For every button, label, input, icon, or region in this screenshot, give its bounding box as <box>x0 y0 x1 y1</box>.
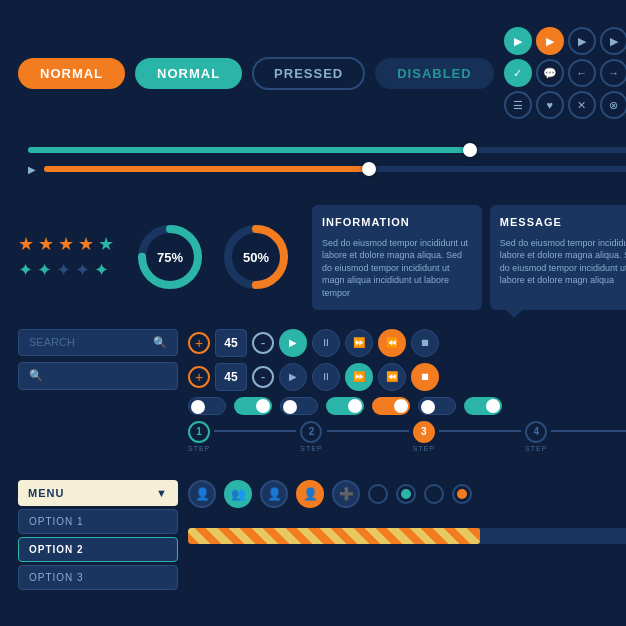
minus-btn-2[interactable]: - <box>252 366 274 388</box>
step-item-1[interactable]: 1 STEP <box>188 421 210 452</box>
step-line-1 <box>214 430 296 432</box>
step-dot-3[interactable]: 3 <box>413 421 435 443</box>
play-btn-4[interactable]: ▶ <box>600 27 626 55</box>
message-box-title: MESSAGE <box>500 215 626 230</box>
pause-mc-1[interactable]: ⏸ <box>312 329 340 357</box>
toggle-6[interactable] <box>418 397 456 415</box>
play-btn-2[interactable]: ▶ <box>536 27 564 55</box>
check-btn[interactable]: ✓ <box>504 59 532 87</box>
close-btn-2[interactable]: ⊗ <box>600 91 626 119</box>
close-btn-1[interactable]: ✕ <box>568 91 596 119</box>
star-8[interactable]: ✦ <box>56 259 71 281</box>
slider-1-fill <box>28 147 470 153</box>
avatar-2[interactable]: 👥 <box>224 480 252 508</box>
search-box-2[interactable]: 🔍 <box>18 362 178 390</box>
toggle-4[interactable] <box>326 397 364 415</box>
avatar-3[interactable]: 👤 <box>260 480 288 508</box>
menu-option-2[interactable]: OPTION 2 <box>18 537 178 562</box>
star-2[interactable]: ★ <box>38 233 54 255</box>
toggle-4-knob <box>348 399 362 413</box>
star-1[interactable]: ★ <box>18 233 34 255</box>
btn-disabled: DISABLED <box>375 58 493 89</box>
pause-mc-2[interactable]: ⏸ <box>312 363 340 391</box>
step-dot-1[interactable]: 1 <box>188 421 210 443</box>
toggle-5-knob <box>394 399 408 413</box>
play-mc-1[interactable]: ▶ <box>279 329 307 357</box>
search-area: SEARCH 🔍 🔍 <box>18 329 178 470</box>
menu-option-1[interactable]: OPTION 1 <box>18 509 178 534</box>
heart-btn-2[interactable]: ♥ <box>536 91 564 119</box>
step-label-1: STEP <box>188 445 210 452</box>
radio-2[interactable] <box>396 484 416 504</box>
slider-1-thumb[interactable] <box>463 143 477 157</box>
play-btn-1[interactable]: ▶ <box>504 27 532 55</box>
row-menu-avatars-progress: MENU ▼ OPTION 1 OPTION 2 OPTION 3 👤 👥 👤 … <box>18 480 626 608</box>
donut-1-label: 75% <box>157 250 183 265</box>
stars-row-2: ✦ ✦ ✦ ✦ ✦ <box>18 259 114 281</box>
row-sliders: ▶ 🔊 <box>18 138 626 186</box>
menu-select-btn[interactable]: MENU ▼ <box>18 480 178 506</box>
forward-mc-2[interactable]: ⏩ <box>345 363 373 391</box>
plus-btn-2[interactable]: + <box>188 366 210 388</box>
progress-bar-track <box>188 528 626 544</box>
star-4[interactable]: ★ <box>78 233 94 255</box>
toggle-7-knob <box>486 399 500 413</box>
left-arrow-btn[interactable]: ← <box>568 59 596 87</box>
donut-chart-1: 75% <box>134 221 206 293</box>
counter-1: 45 <box>215 329 247 357</box>
info-box-text: Sed do eiusmod tempor incididunt ut labo… <box>322 238 468 298</box>
slider-1[interactable] <box>28 147 626 153</box>
right-arrow-btn[interactable]: → <box>600 59 626 87</box>
toggle-1[interactable] <box>188 397 226 415</box>
search-box-1[interactable]: SEARCH 🔍 <box>18 329 178 356</box>
step-line-2 <box>327 430 409 432</box>
slider-2[interactable] <box>44 166 626 172</box>
btn-pressed[interactable]: PRESSED <box>252 57 365 90</box>
toggle-6-knob <box>421 400 435 414</box>
toggle-2[interactable] <box>234 397 272 415</box>
menu-label: MENU <box>28 487 64 499</box>
star-5[interactable]: ★ <box>98 233 114 255</box>
radio-4[interactable] <box>452 484 472 504</box>
minus-btn-1[interactable]: - <box>252 332 274 354</box>
step-item-3[interactable]: 3 STEP <box>413 421 435 452</box>
play-btn-3[interactable]: ▶ <box>568 27 596 55</box>
star-3[interactable]: ★ <box>58 233 74 255</box>
avatar-4[interactable]: 👤 <box>296 480 324 508</box>
toggle-7[interactable] <box>464 397 502 415</box>
step-dot-4[interactable]: 4 <box>525 421 547 443</box>
menu-btn[interactable]: ☰ <box>504 91 532 119</box>
avatar-5[interactable]: ➕ <box>332 480 360 508</box>
step-item-2[interactable]: 2 STEP <box>300 421 322 452</box>
plus-btn-1[interactable]: + <box>188 332 210 354</box>
media-controls-row-2: + 45 - ▶ ⏸ ⏩ ⏪ ⏹ <box>188 363 626 391</box>
stop-mc-1[interactable]: ⏹ <box>411 329 439 357</box>
play-mc-2[interactable]: ▶ <box>279 363 307 391</box>
steps-row: 1 STEP 2 STEP 3 STEP 4 STEP <box>188 421 626 452</box>
star-10[interactable]: ✦ <box>94 259 109 281</box>
star-7[interactable]: ✦ <box>37 259 52 281</box>
message-box-text: Sed do eiusmod tempor incididunt ut labo… <box>500 238 626 286</box>
avatar-1[interactable]: 👤 <box>188 480 216 508</box>
menu-option-3[interactable]: OPTION 3 <box>18 565 178 590</box>
radio-3[interactable] <box>424 484 444 504</box>
search-icon-2: 🔍 <box>29 369 43 382</box>
toggle-1-knob <box>191 400 205 414</box>
toggle-3[interactable] <box>280 397 318 415</box>
slider-2-thumb[interactable] <box>362 162 376 176</box>
stop-mc-2[interactable]: ⏹ <box>411 363 439 391</box>
chat-btn[interactable]: 💬 <box>536 59 564 87</box>
rewind-mc-1[interactable]: ⏪ <box>378 329 406 357</box>
btn-normal-orange[interactable]: NORMAL <box>18 58 125 89</box>
step-item-4[interactable]: 4 STEP <box>525 421 547 452</box>
donut-charts: 75% 50% <box>134 221 292 293</box>
rewind-mc-2[interactable]: ⏪ <box>378 363 406 391</box>
btn-normal-teal[interactable]: NORMAL <box>135 58 242 89</box>
star-9[interactable]: ✦ <box>75 259 90 281</box>
row-charts-info: ★ ★ ★ ★ ★ ✦ ✦ ✦ ✦ ✦ 75% <box>18 196 626 318</box>
step-dot-2[interactable]: 2 <box>300 421 322 443</box>
radio-1[interactable] <box>368 484 388 504</box>
forward-mc-1[interactable]: ⏩ <box>345 329 373 357</box>
toggle-5[interactable] <box>372 397 410 415</box>
star-6[interactable]: ✦ <box>18 259 33 281</box>
